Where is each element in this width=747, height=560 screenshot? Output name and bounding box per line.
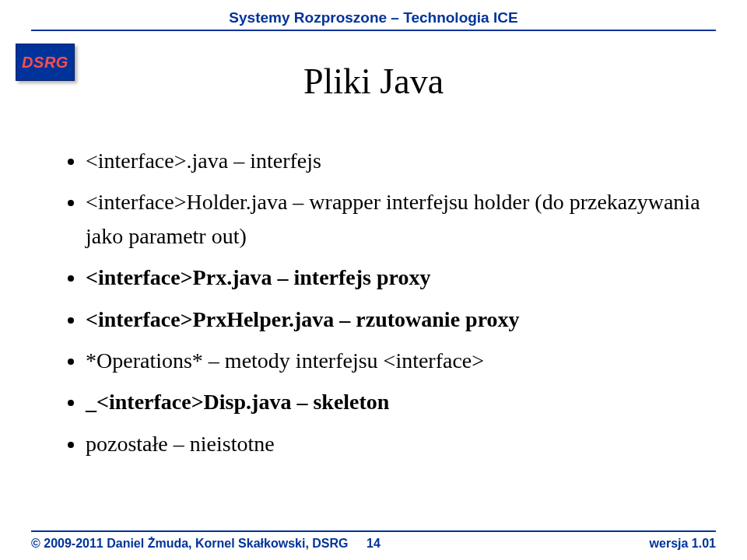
list-item: *Operations* – metody interfejsu <interf… — [86, 344, 700, 377]
page-number: 14 — [0, 537, 747, 551]
item-text: <interface>.java — [86, 149, 228, 173]
item-text: *Operations* — [86, 348, 203, 373]
list-item: _<interface>Disp.java – skeleton — [86, 385, 700, 418]
badge-logo: DSRG — [16, 44, 75, 81]
list-item: <interface>Holder.java – wrapper interfe… — [86, 185, 700, 253]
item-rest: – interfejs — [228, 149, 321, 173]
item-text: _<interface>Disp.java – skeleton — [86, 390, 389, 414]
item-text: pozostałe — [86, 432, 168, 456]
content-area: <interface>.java – interfejs <interface>… — [62, 144, 700, 460]
item-rest: – nieistotne — [168, 432, 275, 456]
bullet-list: <interface>.java – interfejs <interface>… — [62, 144, 700, 460]
item-text: <interface>Prx.java – interfejs proxy — [86, 265, 430, 289]
header-title: Systemy Rozproszone – Technologia ICE — [0, 0, 747, 26]
item-rest: – metody interfejsu <interface> — [203, 348, 484, 373]
list-item: <interface>PrxHelper.java – rzutowanie p… — [86, 303, 700, 336]
list-item: <interface>Prx.java – interfejs proxy — [86, 261, 700, 294]
list-item: pozostałe – nieistotne — [86, 427, 700, 460]
item-text: <interface>PrxHelper.java – rzutowanie p… — [86, 307, 520, 331]
footer-divider — [31, 530, 716, 532]
list-item: <interface>.java – interfejs — [86, 144, 700, 177]
slide-title: Pliki Java — [0, 61, 747, 102]
footer: 14 © 2009-2011 Daniel Żmuda, Kornel Skał… — [0, 530, 747, 551]
header-divider — [31, 30, 716, 31]
item-text: <interface>Holder.java — [86, 190, 287, 214]
